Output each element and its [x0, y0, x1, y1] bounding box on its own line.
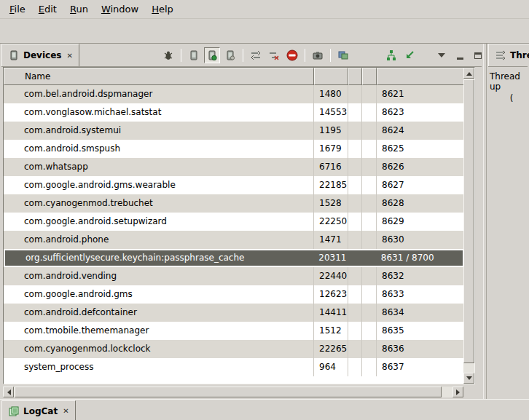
tab-devices[interactable]: Devices ✕ — [1, 44, 79, 66]
empty-cell — [348, 322, 362, 340]
port-cell: 8632 — [377, 267, 464, 285]
port-cell: 8634 — [377, 304, 464, 322]
debug-icon[interactable] — [160, 47, 176, 63]
menu-item-help[interactable]: Help — [145, 1, 180, 17]
scroll-up-icon[interactable] — [463, 68, 474, 79]
pid-cell: 14553 — [314, 103, 348, 122]
menu-item-run[interactable]: Run — [63, 1, 95, 17]
table-row[interactable]: com.bel.android.dspmanager14808621 — [4, 85, 464, 103]
empty-cell — [362, 213, 377, 231]
cause-gc-icon[interactable] — [222, 47, 238, 63]
tab-threads[interactable]: Threads — [488, 44, 529, 66]
empty-cell — [348, 140, 362, 158]
table-row[interactable]: com.tmobile.thememanager15128635 — [4, 322, 464, 340]
pixel-perfect-icon[interactable] — [401, 47, 418, 63]
empty-cell — [348, 194, 362, 213]
hierarchy-view-icon[interactable] — [383, 47, 399, 63]
table-row[interactable]: com.cyanogenmod.lockclock222658636 — [4, 340, 464, 358]
ddms-toolbar — [160, 45, 486, 66]
method-profiling-icon[interactable] — [266, 47, 282, 63]
update-heap-icon[interactable] — [186, 47, 202, 63]
empty-cell — [348, 340, 362, 358]
column-header-3[interactable] — [348, 68, 362, 85]
scroll-left-icon[interactable] — [3, 387, 14, 397]
pid-cell: 1512 — [314, 322, 348, 340]
table-row[interactable]: com.vonglasow.michael.satstat145538623 — [4, 103, 464, 122]
tab-close-icon[interactable]: ✕ — [63, 407, 68, 415]
table-row[interactable]: com.cyanogenmod.trebuchet15288628 — [4, 194, 464, 213]
stop-process-icon[interactable] — [284, 47, 300, 63]
empty-cell — [362, 322, 377, 340]
screen-capture-icon[interactable] — [310, 47, 326, 63]
empty-cell — [348, 158, 362, 176]
table-row-selected[interactable]: org.sufficientlysecure.keychain:passphra… — [4, 249, 464, 267]
port-cell: 8621 — [377, 85, 464, 103]
horizontal-scrollbar[interactable] — [3, 387, 463, 397]
port-cell: 8629 — [377, 213, 464, 231]
process-name-cell: com.android.phone — [4, 231, 314, 249]
empty-cell — [362, 176, 377, 194]
process-name-cell: com.vonglasow.michael.satstat — [4, 103, 314, 122]
process-name-cell: com.cyanogenmod.lockclock — [4, 340, 314, 358]
pid-cell: 1679 — [314, 140, 348, 158]
tab-close-icon[interactable]: ✕ — [66, 52, 72, 60]
table-row[interactable]: com.whatsapp67168626 — [4, 158, 464, 176]
toolbar-separator — [181, 49, 181, 62]
port-cell: 8635 — [377, 322, 464, 340]
pid-cell: 1480 — [314, 85, 348, 103]
menu-item-window[interactable]: Window — [95, 1, 145, 17]
table-body: com.bel.android.dspmanager14808621com.vo… — [4, 85, 464, 384]
bottom-bar: LogCat ✕ — [0, 399, 529, 420]
scroll-down-icon[interactable] — [463, 373, 474, 384]
threads-message-line2: ( — [490, 93, 529, 103]
table-row[interactable]: com.google.android.gms126238633 — [4, 285, 464, 304]
empty-cell — [362, 140, 377, 158]
menu-item-edit[interactable]: Edit — [32, 1, 63, 17]
empty-cell — [348, 213, 362, 231]
port-cell: 8631 / 8700 — [376, 250, 463, 266]
threads-message: Thread up ( — [490, 71, 529, 103]
menu-bar: FileEditRunWindowHelp — [0, 0, 529, 19]
pid-cell: 12623 — [314, 285, 348, 304]
table-row[interactable]: system_process9648637 — [4, 358, 464, 376]
table-row[interactable]: com.google.android.setupwizard222508629 — [4, 213, 464, 231]
column-header-pid[interactable] — [314, 68, 348, 85]
empty-cell — [348, 176, 362, 194]
report-icon[interactable] — [335, 47, 351, 63]
pid-cell: 14411 — [314, 304, 348, 322]
logcat-icon — [8, 405, 20, 417]
heap-updates-icon[interactable] — [204, 47, 220, 63]
menu-item-file[interactable]: File — [3, 1, 32, 17]
process-name-cell: com.cyanogenmod.trebuchet — [4, 194, 314, 213]
table-row[interactable]: com.android.vending224408632 — [4, 267, 464, 285]
empty-cell — [348, 358, 362, 376]
vertical-scroll-thumb[interactable] — [463, 79, 474, 363]
table-row[interactable]: com.android.smspush16798625 — [4, 140, 464, 158]
minimize-icon[interactable] — [452, 47, 468, 63]
process-name-cell: com.google.android.gms.wearable — [4, 176, 314, 194]
pid-cell: 22250 — [314, 213, 348, 231]
toolbar-separator — [305, 49, 305, 62]
table-row[interactable]: com.android.systemui11958624 — [4, 122, 464, 140]
process-name-cell: com.android.defcontainer — [4, 304, 314, 322]
column-header-name[interactable]: Name — [4, 68, 314, 85]
tab-logcat[interactable]: LogCat ✕ — [1, 400, 76, 420]
main-area: Devices ✕ — [0, 44, 529, 399]
column-header-4[interactable] — [362, 68, 377, 85]
pid-cell: 22185 — [314, 176, 348, 194]
pid-cell: 22265 — [314, 340, 348, 358]
empty-cell — [362, 340, 377, 358]
view-menu-icon[interactable] — [434, 47, 450, 63]
scroll-right-icon[interactable] — [452, 387, 463, 397]
table-row[interactable]: com.android.defcontainer144118634 — [4, 304, 464, 322]
table-row[interactable]: com.google.android.gms.wearable221858627 — [4, 176, 464, 194]
empty-cell — [362, 358, 377, 376]
column-header-port[interactable] — [377, 68, 464, 85]
table-row[interactable]: com.android.phone14718630 — [4, 231, 464, 249]
port-cell: 8625 — [377, 140, 464, 158]
process-name-cell: com.tmobile.thememanager — [4, 322, 314, 340]
update-threads-icon[interactable] — [248, 47, 264, 63]
vertical-scrollbar[interactable] — [463, 68, 474, 384]
horizontal-scroll-thumb[interactable] — [15, 387, 442, 397]
main-toolbar — [0, 19, 529, 44]
